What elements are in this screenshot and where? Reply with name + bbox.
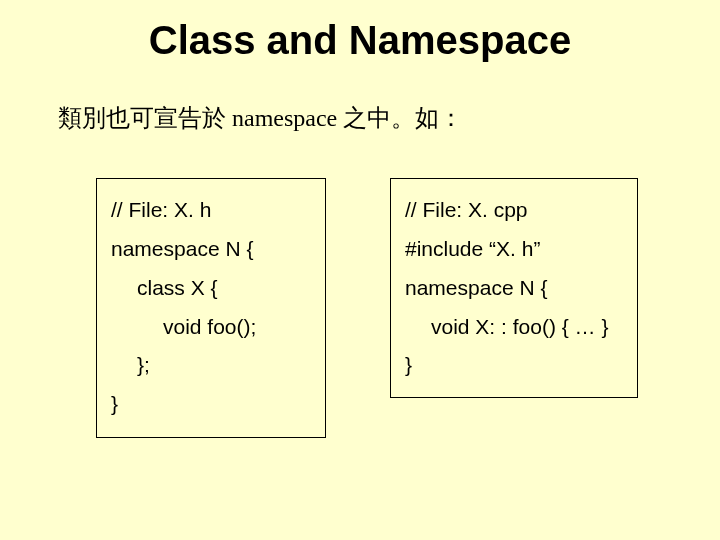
slide-title: Class and Namespace: [0, 18, 720, 63]
code-line: // File: X. h: [111, 198, 211, 221]
slide: Class and Namespace 類別也可宣告於 namespace 之中…: [0, 0, 720, 540]
code-line: #include “X. h”: [405, 237, 540, 260]
code-box-header-file: // File: X. h namespace N { class X { vo…: [96, 178, 326, 438]
code-box-source-file: // File: X. cpp #include “X. h” namespac…: [390, 178, 638, 398]
code-line: }: [405, 353, 412, 376]
slide-subtitle: 類別也可宣告於 namespace 之中。如：: [58, 102, 463, 134]
code-line: namespace N {: [111, 237, 253, 260]
code-line: // File: X. cpp: [405, 198, 528, 221]
code-line: }: [111, 392, 118, 415]
code-line: void foo();: [111, 308, 311, 347]
code-line: class X {: [111, 269, 311, 308]
code-line: void X: : foo() { … }: [405, 308, 623, 347]
code-line: };: [111, 346, 311, 385]
code-line: namespace N {: [405, 276, 547, 299]
